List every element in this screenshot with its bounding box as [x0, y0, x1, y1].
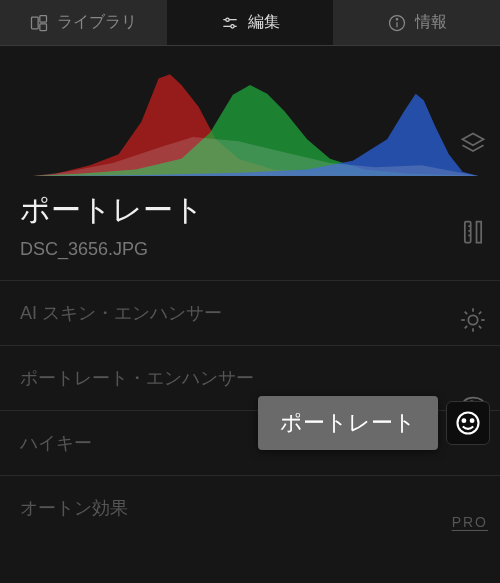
face-icon[interactable] [446, 401, 490, 445]
svg-point-4 [226, 18, 229, 21]
svg-point-9 [396, 18, 397, 19]
svg-point-6 [231, 24, 234, 27]
svg-rect-11 [465, 222, 471, 243]
brightness-icon[interactable] [459, 306, 487, 338]
tooltip-label: ポートレート [258, 396, 438, 450]
svg-line-22 [465, 326, 467, 328]
tab-bar: ライブラリ 編集 情報 [0, 0, 500, 46]
portrait-tooltip: ポートレート [258, 396, 490, 450]
svg-point-27 [458, 413, 479, 434]
svg-line-20 [465, 312, 467, 314]
svg-marker-10 [463, 134, 484, 146]
right-tool-rail [446, 92, 500, 426]
svg-point-15 [468, 315, 477, 324]
tab-library[interactable]: ライブラリ [0, 0, 167, 45]
pro-badge[interactable]: PRO [452, 514, 488, 530]
tab-edit-label: 編集 [248, 12, 280, 33]
sliders-icon [220, 13, 240, 33]
svg-point-28 [463, 419, 466, 422]
info-icon [387, 13, 407, 33]
svg-rect-1 [40, 15, 47, 22]
tool-orton-effect[interactable]: オートン効果 [0, 476, 500, 540]
histogram [0, 46, 500, 176]
svg-rect-2 [40, 23, 47, 30]
filename: DSC_3656.JPG [0, 235, 500, 280]
tab-edit[interactable]: 編集 [167, 0, 334, 45]
tab-info[interactable]: 情報 [333, 0, 500, 45]
svg-rect-0 [32, 17, 39, 29]
section-title: ポートレート [0, 176, 500, 235]
layers-icon[interactable] [459, 130, 487, 162]
ruler-icon[interactable] [459, 218, 487, 250]
library-icon [29, 13, 49, 33]
svg-line-23 [479, 312, 481, 314]
svg-point-29 [471, 419, 474, 422]
svg-line-21 [479, 326, 481, 328]
tool-ai-skin-enhancer[interactable]: AI スキン・エンハンサー [0, 281, 500, 345]
tab-info-label: 情報 [415, 12, 447, 33]
tab-library-label: ライブラリ [57, 12, 137, 33]
